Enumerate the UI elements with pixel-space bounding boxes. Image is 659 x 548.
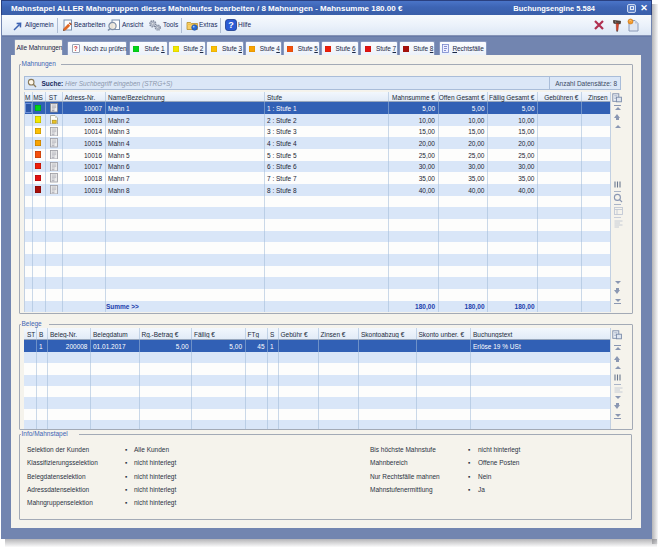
svg-text:?: ? [228, 20, 234, 30]
